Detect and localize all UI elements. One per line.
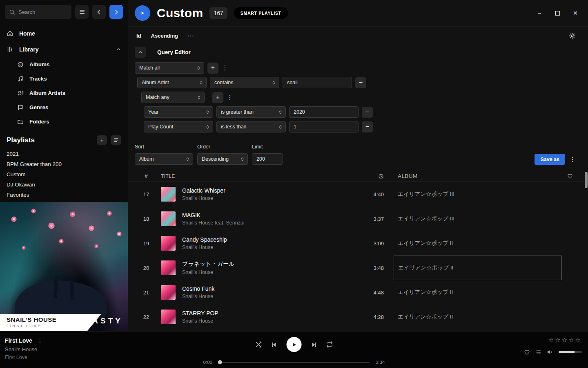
playlist-item[interactable]: BPM Greater than 200 (7, 159, 121, 169)
more-options-button[interactable]: ··· (188, 33, 194, 39)
now-playing-album[interactable]: First Love (5, 355, 43, 360)
window-maximize-button[interactable] (554, 9, 561, 17)
shuffle-button[interactable] (255, 341, 262, 348)
menu-button[interactable] (75, 5, 89, 19)
rule-group-menu-button[interactable]: ⋮ (222, 63, 228, 74)
table-row[interactable]: 17 Galactic Whisper Snail’s House 4:40 エ… (128, 182, 588, 206)
remove-rule-button[interactable]: − (362, 107, 373, 118)
table-row[interactable]: 19 Candy Spaceship Snail’s House 3:09 エイ… (128, 231, 588, 256)
track-album-focused-cell[interactable]: エイリアン☆ポップ II (394, 256, 562, 280)
track-title[interactable]: プラネット・ガール (182, 260, 361, 268)
track-artist[interactable]: Snail’s House (182, 269, 361, 275)
now-playing-artist[interactable]: Snail’s House (5, 346, 43, 352)
scrollbar-thumb[interactable] (585, 172, 588, 188)
sort-select[interactable]: Album (135, 153, 193, 165)
rule-field-select[interactable]: Year (144, 106, 213, 118)
rule-group-menu-button[interactable]: ⋮ (227, 92, 233, 103)
star-icon[interactable]: ☆ (548, 337, 555, 343)
repeat-button[interactable] (326, 341, 333, 348)
add-playlist-button[interactable]: + (97, 135, 107, 145)
remove-rule-button[interactable]: − (355, 77, 366, 88)
rule-operator-select[interactable]: contains (210, 77, 279, 88)
search-input[interactable] (18, 9, 67, 15)
search-box[interactable] (5, 5, 71, 19)
sidebar-item-albums[interactable]: Albums (17, 57, 128, 72)
column-favorite[interactable] (562, 173, 578, 179)
nav-forward-button[interactable] (109, 5, 123, 19)
table-row[interactable]: 22 STARRY POP Snail’s House 4:28 エイリアン☆ポ… (128, 305, 588, 329)
sort-field-button[interactable]: Id (136, 33, 141, 39)
chevron-up-icon[interactable] (116, 47, 121, 52)
playlist-item[interactable]: Custom (7, 169, 121, 180)
star-icon[interactable]: ☆ (568, 337, 575, 343)
track-album[interactable]: エイリアン☆ポップ II (394, 305, 562, 329)
track-title[interactable]: Cosmo Funk (182, 285, 361, 292)
match-any-select[interactable]: Match any (141, 92, 205, 103)
track-artist[interactable]: Snail’s House feat. Sennzai (182, 220, 361, 226)
sidebar-item-tracks[interactable]: Tracks (17, 72, 128, 86)
playlist-list-button[interactable] (111, 135, 121, 145)
track-title[interactable]: Galactic Whisper (182, 187, 361, 194)
rule-value-input[interactable] (289, 106, 359, 118)
table-row[interactable]: 18 MAGIK Snail’s House feat. Sennzai 3:3… (128, 206, 588, 231)
nav-back-button[interactable] (92, 5, 106, 19)
sort-direction-button[interactable]: Ascending (151, 33, 178, 39)
rule-operator-select[interactable]: is less than (216, 121, 286, 132)
track-artist[interactable]: Snail’s House (182, 245, 361, 250)
sidebar-item-genres[interactable]: Genres (17, 100, 128, 114)
rating-stars[interactable]: ☆☆☆☆☆ (548, 337, 582, 343)
track-album[interactable]: エイリアン☆ポップ II (394, 280, 562, 305)
next-track-button[interactable] (311, 341, 317, 348)
track-album[interactable]: エイリアン☆ポップ II (394, 231, 562, 256)
sidebar-item-folders[interactable]: Folders (17, 114, 128, 129)
window-close-button[interactable]: × (572, 9, 579, 17)
play-playlist-button[interactable] (135, 5, 150, 21)
rule-value-input[interactable] (283, 77, 352, 88)
remove-rule-button[interactable]: − (362, 121, 373, 132)
rule-value-input[interactable] (289, 121, 359, 132)
seek-handle[interactable] (218, 360, 222, 364)
add-rule-button[interactable]: + (207, 63, 218, 74)
playlist-item[interactable]: 2021 (7, 149, 121, 159)
track-artist[interactable]: Snail’s House (182, 195, 361, 201)
rule-field-select[interactable]: Album Artist (137, 77, 207, 88)
now-playing-artwork[interactable]: SNAIL’S HOUSE FIRST LOVE TASTY (0, 202, 128, 331)
order-select[interactable]: Descending (197, 153, 248, 165)
seek-slider[interactable] (218, 362, 370, 363)
query-menu-button[interactable]: ⋮ (569, 154, 576, 165)
track-album[interactable]: エイリアン☆ポップ III (394, 206, 562, 231)
add-rule-button[interactable]: + (212, 92, 223, 103)
table-row[interactable]: 20 プラネット・ガール Snail’s House 3:48 エイリアン☆ポッ… (128, 256, 588, 280)
play-pause-button[interactable] (287, 337, 302, 352)
settings-gear-icon[interactable] (569, 32, 576, 39)
playlist-item[interactable]: DJ Okawari (7, 180, 121, 190)
volume-slider[interactable] (559, 351, 582, 353)
star-icon[interactable]: ☆ (575, 337, 582, 343)
sidebar-item-album-artists[interactable]: Album Artists (17, 86, 128, 100)
window-minimize-button[interactable]: − (536, 9, 543, 17)
limit-input[interactable] (252, 153, 283, 165)
column-title[interactable]: TITLE (161, 173, 361, 179)
previous-track-button[interactable] (271, 341, 278, 348)
track-title[interactable]: STARRY POP (182, 310, 361, 316)
match-all-select[interactable]: Match all (135, 62, 204, 74)
column-index[interactable]: # (135, 173, 158, 179)
star-icon[interactable]: ☆ (555, 337, 561, 343)
column-duration[interactable] (361, 173, 384, 179)
now-playing-menu-button[interactable]: ⋮ (37, 337, 43, 344)
save-as-button[interactable]: Save as (535, 154, 565, 165)
volume-icon[interactable] (547, 349, 553, 355)
rule-field-select[interactable]: Play Count (144, 121, 213, 132)
sidebar-item-home[interactable]: Home (0, 25, 128, 41)
playlist-item[interactable]: Favorites (7, 190, 121, 200)
star-icon[interactable]: ☆ (562, 337, 568, 343)
track-title[interactable]: MAGIK (182, 212, 361, 218)
rule-operator-select[interactable]: is greater than (216, 106, 286, 118)
query-editor-collapse-button[interactable] (135, 47, 146, 58)
queue-button[interactable] (535, 349, 541, 355)
track-album[interactable]: エイリアン☆ポップ III (394, 182, 562, 206)
table-row[interactable]: 21 Cosmo Funk Snail’s House 4:48 エイリアン☆ポ… (128, 280, 588, 305)
track-artist[interactable]: Snail’s House (182, 294, 361, 299)
track-title[interactable]: Candy Spaceship (182, 236, 361, 243)
favorite-button[interactable] (524, 349, 530, 355)
